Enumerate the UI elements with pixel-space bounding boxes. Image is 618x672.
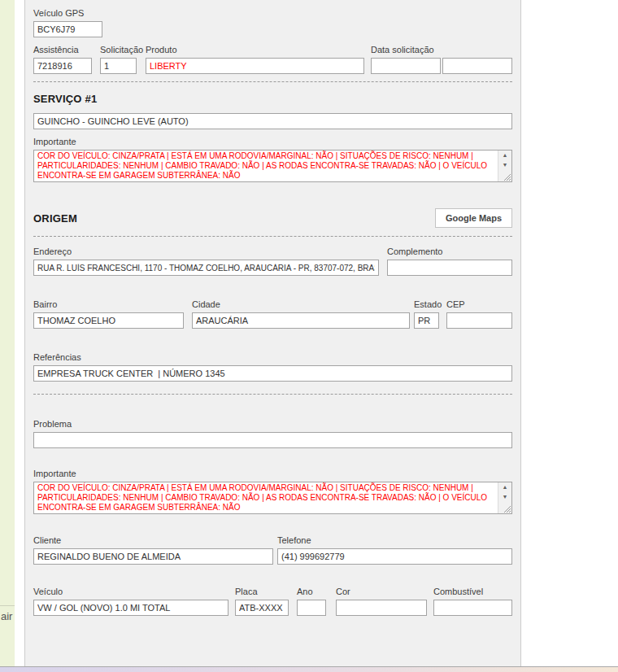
resize-grip-icon[interactable]	[503, 505, 511, 513]
vehicle-gps-label: Veículo GPS	[33, 8, 102, 19]
service-important-label: Importante	[33, 137, 512, 147]
plate-label: Placa	[235, 587, 289, 597]
sidebar-divider	[0, 605, 15, 606]
dashed-divider	[33, 81, 512, 82]
color-label: Cor	[336, 587, 427, 597]
fuel-label: Combustível	[433, 587, 512, 597]
references-input[interactable]	[33, 365, 512, 382]
vehicle-input[interactable]	[33, 600, 228, 616]
solicitation-label: Solicitação	[100, 45, 137, 55]
textarea-scrollbar[interactable]: ▲ ▼	[498, 151, 511, 181]
address-input[interactable]	[33, 260, 379, 276]
sidebar-item-sair-partial[interactable]: air	[1, 610, 12, 622]
assistance-label: Assistência	[33, 45, 92, 55]
service-form-panel: Veículo GPS Assistência Solicitação Prod…	[24, 0, 521, 672]
service-section-heading: SERVIÇO #1	[33, 93, 512, 105]
assistance-input[interactable]	[33, 58, 92, 74]
request-date-input[interactable]	[371, 58, 441, 74]
references-label: Referências	[33, 352, 512, 363]
bottom-window-edge	[0, 666, 618, 672]
state-label: Estado	[414, 299, 439, 310]
vehicle-label: Veículo	[33, 587, 228, 597]
cep-label: CEP	[446, 299, 512, 310]
district-label: Bairro	[33, 299, 184, 310]
cep-input[interactable]	[446, 312, 512, 329]
origin-important-label: Importante	[33, 469, 512, 479]
client-input[interactable]	[33, 548, 273, 565]
request-date-label: Data solicitação	[371, 45, 512, 55]
left-sidebar: air	[0, 0, 15, 672]
city-input[interactable]	[192, 312, 410, 329]
complement-input[interactable]	[387, 260, 512, 276]
scroll-up-icon[interactable]: ▲	[503, 151, 508, 160]
problem-input[interactable]	[33, 432, 512, 448]
complement-label: Complemento	[387, 247, 512, 257]
service-important-textarea[interactable]: COR DO VEÍCULO: CINZA/PRATA | ESTÁ EM UM…	[33, 150, 512, 182]
address-label: Endereço	[33, 247, 379, 257]
color-input[interactable]	[336, 600, 427, 616]
google-maps-button[interactable]: Google Maps	[435, 208, 512, 228]
state-input[interactable]	[414, 312, 439, 329]
phone-label: Telefone	[277, 535, 512, 546]
plate-input[interactable]	[235, 600, 289, 616]
solicitation-input[interactable]	[100, 58, 137, 74]
service-type-input[interactable]	[33, 113, 512, 129]
product-label: Produto	[146, 45, 364, 55]
scroll-up-icon[interactable]: ▲	[503, 482, 508, 492]
year-input[interactable]	[297, 600, 326, 616]
origin-section-heading: ORIGEM	[33, 212, 77, 225]
scroll-down-icon[interactable]: ▼	[503, 492, 508, 502]
dashed-divider	[33, 394, 512, 395]
problem-label: Problema	[33, 419, 512, 430]
textarea-scrollbar[interactable]: ▲ ▼	[498, 482, 511, 513]
resize-grip-icon[interactable]	[503, 173, 511, 181]
request-time-input[interactable]	[442, 58, 512, 74]
district-input[interactable]	[33, 312, 184, 329]
dashed-divider	[33, 236, 512, 237]
origin-important-textarea[interactable]: COR DO VEÍCULO: CINZA/PRATA | ESTÁ EM UM…	[33, 482, 512, 514]
city-label: Cidade	[192, 299, 410, 310]
year-label: Ano	[297, 587, 326, 597]
phone-input[interactable]	[277, 548, 512, 565]
product-input[interactable]	[146, 58, 364, 74]
client-label: Cliente	[33, 535, 273, 546]
vehicle-gps-input[interactable]	[33, 21, 102, 37]
fuel-input[interactable]	[433, 600, 512, 616]
scroll-down-icon[interactable]: ▼	[503, 160, 508, 170]
